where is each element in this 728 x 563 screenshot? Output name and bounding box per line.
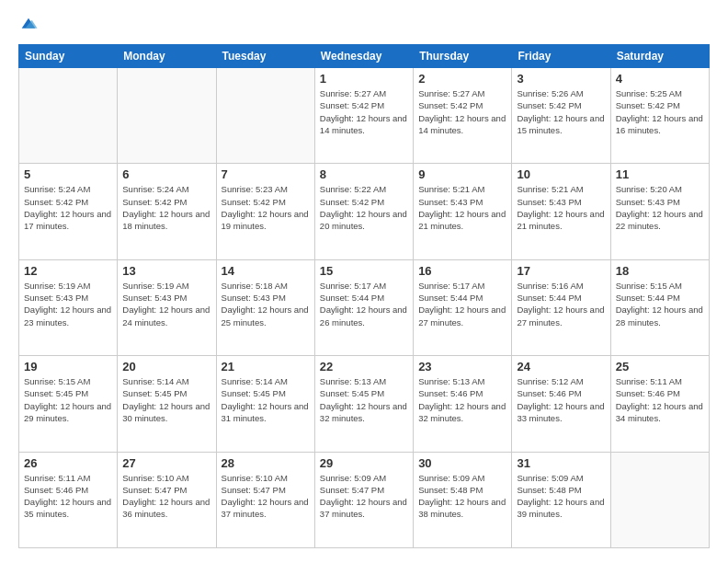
day-number: 28 [222,456,310,470]
day-info: Sunrise: 5:15 AM Sunset: 5:45 PM Dayligh… [24,375,112,424]
day-number: 17 [517,264,605,278]
day-number: 7 [222,167,310,181]
day-number: 24 [517,360,605,373]
day-number: 18 [616,264,704,278]
weekday-header-monday: Monday [118,45,216,68]
day-number: 5 [24,167,112,181]
day-number: 10 [517,167,605,181]
logo [18,15,40,35]
day-info: Sunrise: 5:27 AM Sunset: 5:42 PM Dayligh… [320,87,408,136]
day-number: 16 [418,264,506,278]
day-cell: 23Sunrise: 5:13 AM Sunset: 5:46 PM Dayli… [414,356,512,452]
day-number: 2 [418,72,506,86]
day-cell: 11Sunrise: 5:20 AM Sunset: 5:43 PM Dayli… [610,164,709,259]
day-number: 14 [222,264,310,278]
day-cell [216,68,314,164]
day-cell: 22Sunrise: 5:13 AM Sunset: 5:45 PM Dayli… [314,356,413,452]
day-info: Sunrise: 5:27 AM Sunset: 5:42 PM Dayligh… [418,87,506,136]
day-cell: 15Sunrise: 5:17 AM Sunset: 5:44 PM Dayli… [314,259,413,355]
weekday-header-friday: Friday [512,45,610,68]
week-row-4: 26Sunrise: 5:11 AM Sunset: 5:46 PM Dayli… [19,452,710,547]
day-cell: 30Sunrise: 5:09 AM Sunset: 5:48 PM Dayli… [414,452,512,547]
day-info: Sunrise: 5:21 AM Sunset: 5:43 PM Dayligh… [418,183,506,232]
day-number: 29 [320,456,408,470]
weekday-header-wednesday: Wednesday [314,45,413,68]
weekday-header-thursday: Thursday [414,45,512,68]
day-number: 9 [418,167,506,181]
day-number: 30 [418,456,506,470]
day-cell: 31Sunrise: 5:09 AM Sunset: 5:48 PM Dayli… [512,452,610,547]
day-info: Sunrise: 5:13 AM Sunset: 5:46 PM Dayligh… [418,375,506,424]
day-cell: 4Sunrise: 5:25 AM Sunset: 5:42 PM Daylig… [610,68,709,164]
weekday-header-sunday: Sunday [19,45,118,68]
day-info: Sunrise: 5:11 AM Sunset: 5:46 PM Dayligh… [616,375,704,424]
day-cell: 28Sunrise: 5:10 AM Sunset: 5:47 PM Dayli… [216,452,314,547]
day-number: 8 [320,167,408,181]
day-cell: 13Sunrise: 5:19 AM Sunset: 5:43 PM Dayli… [118,259,216,355]
day-info: Sunrise: 5:25 AM Sunset: 5:42 PM Dayligh… [616,87,704,136]
day-number: 27 [122,456,210,470]
day-number: 26 [24,456,112,470]
day-info: Sunrise: 5:26 AM Sunset: 5:42 PM Dayligh… [517,87,605,136]
day-info: Sunrise: 5:21 AM Sunset: 5:43 PM Dayligh… [517,183,605,232]
day-number: 3 [517,72,605,86]
day-number: 15 [320,264,408,278]
week-row-3: 19Sunrise: 5:15 AM Sunset: 5:45 PM Dayli… [19,356,710,452]
day-info: Sunrise: 5:24 AM Sunset: 5:42 PM Dayligh… [122,183,210,232]
day-number: 13 [122,264,210,278]
day-cell: 7Sunrise: 5:23 AM Sunset: 5:42 PM Daylig… [216,164,314,259]
day-info: Sunrise: 5:19 AM Sunset: 5:43 PM Dayligh… [24,280,112,328]
day-cell [610,452,709,547]
day-cell: 16Sunrise: 5:17 AM Sunset: 5:44 PM Dayli… [414,259,512,355]
day-cell: 10Sunrise: 5:21 AM Sunset: 5:43 PM Dayli… [512,164,610,259]
week-row-2: 12Sunrise: 5:19 AM Sunset: 5:43 PM Dayli… [19,259,710,355]
day-info: Sunrise: 5:09 AM Sunset: 5:48 PM Dayligh… [517,472,605,521]
calendar-table: SundayMondayTuesdayWednesdayThursdayFrid… [18,44,710,548]
day-cell: 12Sunrise: 5:19 AM Sunset: 5:43 PM Dayli… [19,259,118,355]
week-row-0: 1Sunrise: 5:27 AM Sunset: 5:42 PM Daylig… [19,68,710,164]
week-row-1: 5Sunrise: 5:24 AM Sunset: 5:42 PM Daylig… [19,164,710,259]
weekday-header-tuesday: Tuesday [216,45,314,68]
day-info: Sunrise: 5:20 AM Sunset: 5:43 PM Dayligh… [616,183,704,232]
day-info: Sunrise: 5:14 AM Sunset: 5:45 PM Dayligh… [222,375,310,424]
day-cell: 25Sunrise: 5:11 AM Sunset: 5:46 PM Dayli… [610,356,709,452]
weekday-header-row: SundayMondayTuesdayWednesdayThursdayFrid… [19,45,710,68]
day-cell: 2Sunrise: 5:27 AM Sunset: 5:42 PM Daylig… [414,68,512,164]
day-number: 20 [122,360,210,373]
logo-icon [18,15,39,35]
header [18,15,710,35]
day-number: 23 [418,360,506,373]
day-info: Sunrise: 5:10 AM Sunset: 5:47 PM Dayligh… [222,472,310,521]
day-number: 22 [320,360,408,373]
day-info: Sunrise: 5:18 AM Sunset: 5:43 PM Dayligh… [222,280,310,328]
day-number: 4 [616,72,704,86]
day-number: 25 [616,360,704,373]
day-info: Sunrise: 5:11 AM Sunset: 5:46 PM Dayligh… [24,472,112,521]
day-cell: 18Sunrise: 5:15 AM Sunset: 5:44 PM Dayli… [610,259,709,355]
day-cell: 21Sunrise: 5:14 AM Sunset: 5:45 PM Dayli… [216,356,314,452]
day-cell: 29Sunrise: 5:09 AM Sunset: 5:47 PM Dayli… [314,452,413,547]
day-info: Sunrise: 5:09 AM Sunset: 5:47 PM Dayligh… [320,472,408,521]
day-info: Sunrise: 5:10 AM Sunset: 5:47 PM Dayligh… [122,472,210,521]
day-number: 11 [616,167,704,181]
day-number: 12 [24,264,112,278]
day-info: Sunrise: 5:17 AM Sunset: 5:44 PM Dayligh… [418,280,506,328]
day-number: 19 [24,360,112,373]
day-info: Sunrise: 5:19 AM Sunset: 5:43 PM Dayligh… [122,280,210,328]
day-number: 31 [517,456,605,470]
day-number: 1 [320,72,408,86]
day-info: Sunrise: 5:15 AM Sunset: 5:44 PM Dayligh… [616,280,704,328]
day-cell: 9Sunrise: 5:21 AM Sunset: 5:43 PM Daylig… [414,164,512,259]
page: SundayMondayTuesdayWednesdayThursdayFrid… [0,0,728,563]
day-info: Sunrise: 5:23 AM Sunset: 5:42 PM Dayligh… [222,183,310,232]
day-cell [118,68,216,164]
day-info: Sunrise: 5:09 AM Sunset: 5:48 PM Dayligh… [418,472,506,521]
day-info: Sunrise: 5:17 AM Sunset: 5:44 PM Dayligh… [320,280,408,328]
day-cell: 19Sunrise: 5:15 AM Sunset: 5:45 PM Dayli… [19,356,118,452]
day-number: 6 [122,167,210,181]
day-cell: 14Sunrise: 5:18 AM Sunset: 5:43 PM Dayli… [216,259,314,355]
day-cell: 6Sunrise: 5:24 AM Sunset: 5:42 PM Daylig… [118,164,216,259]
day-cell [19,68,118,164]
day-cell: 20Sunrise: 5:14 AM Sunset: 5:45 PM Dayli… [118,356,216,452]
day-cell: 5Sunrise: 5:24 AM Sunset: 5:42 PM Daylig… [19,164,118,259]
